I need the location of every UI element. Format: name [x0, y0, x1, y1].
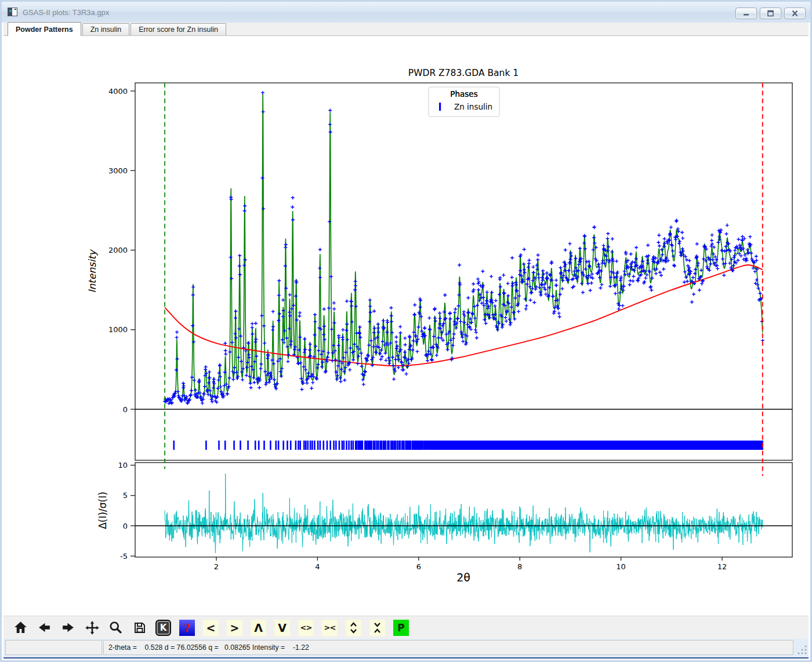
shrink-vertical-icon [372, 621, 382, 634]
figure-canvas: 01000200030004000-5051024681012PWDR Z783… [3, 36, 809, 616]
plot-tab-bar: Powder PatternsZn insulinError score for… [3, 23, 809, 36]
y-tick-label-main: 1000 [108, 325, 128, 334]
offset-up-button[interactable]: Λ [251, 620, 266, 636]
window-title: GSAS-II plots: T3R3a.gpx [23, 8, 109, 17]
previous-pattern-button[interactable]: < [203, 620, 219, 636]
tab-powder-patterns[interactable]: Powder Patterns [8, 22, 81, 36]
tab-error-score-for-zn-insulin[interactable]: Error score for Zn insulin [130, 23, 226, 35]
key-press-button[interactable]: K [155, 620, 171, 636]
cursor-readout: 2-theta = 0.528 d = 76.02556 q = 0.08265… [108, 643, 309, 652]
legend-entry-label: Zn insulin [454, 102, 492, 111]
zoom-button[interactable] [108, 620, 124, 636]
x-tick-label: 12 [717, 562, 727, 571]
save-button[interactable] [132, 620, 147, 636]
main-axes-frame [135, 83, 792, 460]
x-tick-label: 6 [416, 562, 421, 571]
close-icon [791, 10, 799, 17]
x-tick-label: 4 [315, 562, 320, 571]
status-pane-left [5, 640, 102, 655]
y-tick-label-diff: 5 [123, 491, 128, 500]
gsas-plot-window: GSAS-II plots: T3R3a.gpx Powder Patterns… [0, 0, 812, 662]
back-arrow-icon [37, 620, 52, 635]
shrink-x-button[interactable]: >< [322, 620, 338, 636]
powder-pattern-plot[interactable]: 01000200030004000-5051024681012PWDR Z783… [3, 36, 812, 619]
status-pane-right: 2-theta = 0.528 d = 76.02556 q = 0.08265… [103, 640, 793, 655]
forward-button[interactable] [60, 620, 76, 636]
legend-title: Phases [450, 89, 477, 99]
y-tick-label-diff: 0 [123, 522, 128, 530]
key-press-button-label: K [160, 623, 167, 633]
y-tick-label-main: 2000 [108, 246, 128, 254]
close-button[interactable] [784, 8, 806, 19]
offset-down-button[interactable]: V [274, 620, 290, 636]
expand-vertical-icon [349, 621, 358, 634]
main-plot-area [135, 91, 792, 450]
reflection-ticks [174, 441, 763, 450]
y-tick-label-main: 3000 [108, 166, 128, 175]
next-pattern-button-label: > [230, 621, 240, 634]
offset-down-button-label: V [278, 621, 287, 634]
diff-series [165, 474, 763, 553]
magnifier-icon [108, 620, 123, 635]
y-tick-label-main: 0 [123, 405, 128, 414]
diff-axes-frame [135, 463, 792, 557]
maximize-button[interactable] [760, 8, 781, 19]
expand-x-button-label: <> [300, 623, 312, 632]
next-pattern-button[interactable]: > [227, 620, 242, 636]
resize-grip[interactable] [798, 645, 807, 654]
help-button[interactable]: ? [179, 620, 195, 636]
shrink-x-button-label: >< [324, 623, 336, 632]
expand-x-button[interactable]: <> [298, 620, 314, 636]
help-button-label: ? [184, 621, 190, 634]
legend-phase-marker [439, 103, 441, 111]
y-tick-label-main: 4000 [108, 87, 128, 96]
pan-arrows-icon [85, 620, 100, 635]
maximize-icon [766, 10, 775, 17]
x-tick-label: 10 [616, 562, 626, 571]
publish-button-label: P [397, 622, 404, 634]
minimize-button[interactable] [735, 8, 757, 19]
shrink-y-button[interactable] [369, 620, 385, 636]
status-bar: 2-theta = 0.528 d = 76.02556 q = 0.08265… [3, 639, 809, 659]
home-button[interactable] [13, 620, 28, 636]
forward-arrow-icon [61, 620, 75, 635]
x-axis-label: 2θ [456, 571, 470, 584]
x-tick-label: 8 [517, 562, 522, 571]
app-icon [8, 8, 18, 17]
tab-zn-insulin[interactable]: Zn insulin [82, 23, 130, 35]
back-button[interactable] [37, 620, 52, 636]
minimize-icon [742, 10, 751, 17]
floppy-disk-icon [133, 621, 147, 635]
y-tick-label-diff: 10 [118, 461, 128, 470]
publish-button[interactable]: P [393, 620, 409, 636]
y-tick-label-diff: -5 [120, 552, 128, 561]
expand-y-button[interactable] [346, 620, 361, 636]
x-tick-label: 2 [214, 562, 219, 571]
home-icon [13, 620, 28, 635]
pan-button[interactable] [84, 620, 100, 636]
y-axis-label-diff: Δ(I)/σ(I) [97, 492, 108, 529]
plot-title: PWDR Z783.GDA Bank 1 [408, 68, 519, 78]
plot-toolbar: K?<>ΛV<>><P [3, 616, 809, 639]
calc-series [165, 94, 763, 402]
window-controls [735, 8, 806, 19]
diff-plot-area [135, 474, 792, 553]
offset-up-button-label: Λ [254, 621, 263, 634]
title-bar[interactable]: GSAS-II plots: T3R3a.gpx [2, 2, 810, 23]
previous-pattern-button-label: < [206, 621, 216, 634]
y-axis-label-main: Intensity [86, 249, 98, 293]
